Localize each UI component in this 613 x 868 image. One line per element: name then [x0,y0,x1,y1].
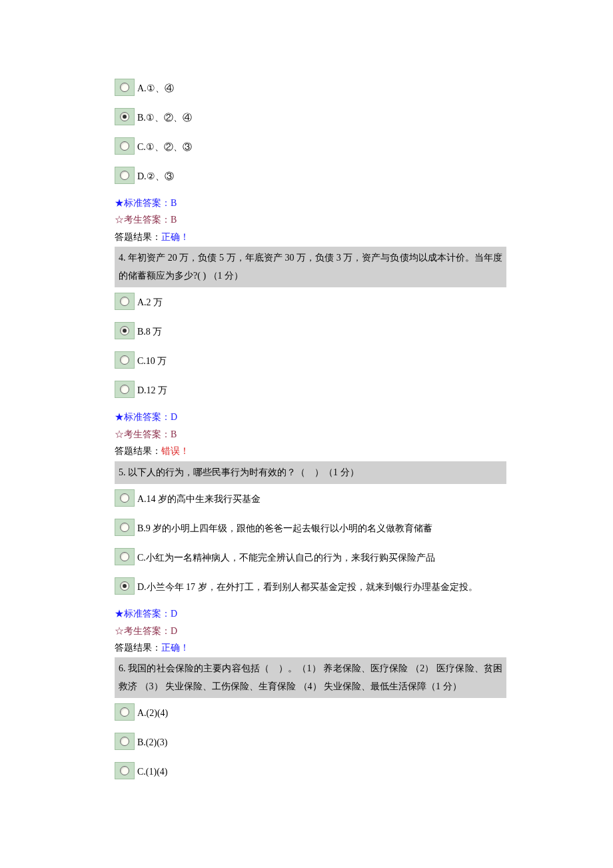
q6-question-text: 6. 我国的社会保险的主要内容包括（ ）。（1） 养老保险、医疗保险 （2） 医… [115,657,506,698]
radio-icon [115,293,135,310]
radio-icon [115,381,135,398]
q4-result: 答题结果：错误！ [115,444,506,459]
q4-option-c[interactable]: C.10 万 [115,351,506,369]
radio-icon [115,703,135,721]
option-label: C.①、②、③ [137,140,192,155]
q3-option-d[interactable]: D.②、③ [115,167,506,184]
q4-question-text: 4. 年初资产 20 万，负债 5 万，年底资产 30 万，负债 3 万，资产与… [115,247,506,287]
radio-icon [115,137,135,155]
radio-icon [115,733,135,750]
radio-icon [115,548,135,565]
q5-option-d[interactable]: D.小兰今年 17 岁，在外打工，看到别人都买基金定投，就来到银行办理基金定投。 [115,577,506,595]
q3-option-b[interactable]: B.①、②、④ [115,108,506,125]
q5-standard-answer: ★标准答案：D [115,607,506,621]
option-label: A.(2)(4) [137,706,168,721]
q5-user-answer: ☆考生答案：D [115,624,506,639]
radio-icon [115,351,135,369]
option-label: A.①、④ [137,81,174,96]
option-label: C.(1)(4) [137,765,168,779]
q4-option-a[interactable]: A.2 万 [115,293,506,310]
q6-option-c[interactable]: C.(1)(4) [115,762,506,779]
option-label: D.小兰今年 17 岁，在外打工，看到别人都买基金定投，就来到银行办理基金定投。 [137,580,478,595]
option-label: B.8 万 [137,325,162,339]
radio-icon [115,108,135,125]
option-label: D.12 万 [137,383,167,398]
radio-icon [115,489,135,507]
option-label: C.小红为一名精神病人，不能完全辨认自己的行为，来我行购买保险产品 [137,551,435,565]
option-label: A.2 万 [137,295,163,310]
radio-icon [115,762,135,779]
option-label: B.(2)(3) [137,735,168,750]
option-label: B.9 岁的小明上四年级，跟他的爸爸一起去银行以小明的名义做教育储蓄 [137,521,432,536]
radio-icon [115,322,135,339]
q6-option-a[interactable]: A.(2)(4) [115,703,506,721]
q5-question-text: 5. 以下人的行为，哪些民事行为时有效的？（ ）（1 分） [115,461,506,485]
q5-option-b[interactable]: B.9 岁的小明上四年级，跟他的爸爸一起去银行以小明的名义做教育储蓄 [115,519,506,536]
option-label: B.①、②、④ [137,111,192,125]
q4-option-b[interactable]: B.8 万 [115,322,506,339]
q4-user-answer: ☆考生答案：B [115,427,506,442]
q6-option-b[interactable]: B.(2)(3) [115,733,506,750]
radio-icon [115,79,135,96]
q3-user-answer: ☆考生答案：B [115,213,506,227]
radio-icon [115,577,135,595]
q3-standard-answer: ★标准答案：B [115,196,506,211]
radio-icon [115,167,135,184]
option-label: C.10 万 [137,354,167,369]
q5-option-a[interactable]: A.14 岁的高中生来我行买基金 [115,489,506,507]
q4-standard-answer: ★标准答案：D [115,410,506,425]
q5-option-c[interactable]: C.小红为一名精神病人，不能完全辨认自己的行为，来我行购买保险产品 [115,548,506,565]
q3-option-c[interactable]: C.①、②、③ [115,137,506,155]
q4-option-d[interactable]: D.12 万 [115,381,506,398]
q3-option-a[interactable]: A.①、④ [115,79,506,96]
option-label: A.14 岁的高中生来我行买基金 [137,492,261,507]
option-label: D.②、③ [137,169,174,184]
q3-result: 答题结果：正确！ [115,230,506,245]
q5-result: 答题结果：正确！ [115,641,506,655]
radio-icon [115,519,135,536]
